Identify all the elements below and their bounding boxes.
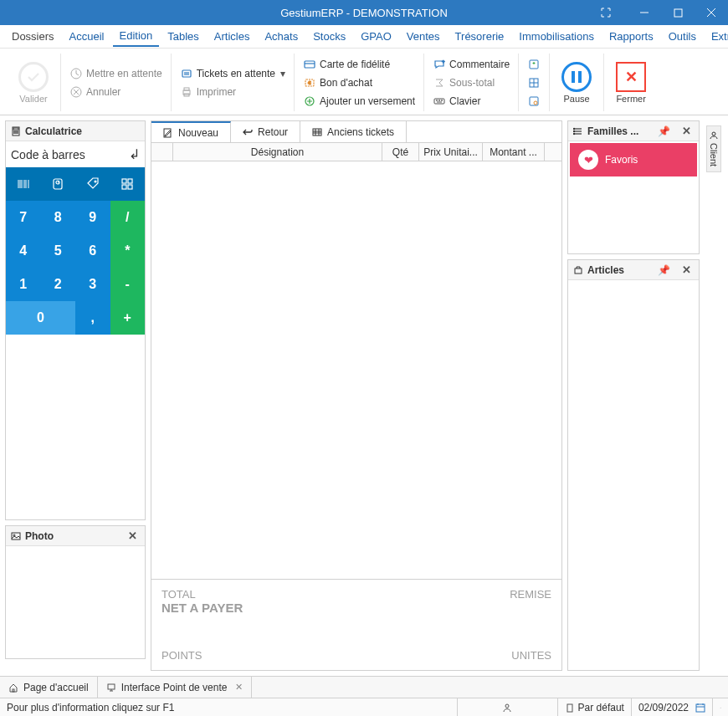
articles-close-button[interactable]: ✕: [679, 263, 694, 276]
commentaire-button[interactable]: + Commentaire: [431, 57, 511, 72]
keyboard-icon: [433, 95, 446, 108]
svg-line-47: [58, 182, 59, 182]
ribbon: Valider Mettre en attente Annuler Ticket…: [0, 49, 728, 115]
status-user[interactable]: [458, 698, 558, 716]
extra-3-button[interactable]: [525, 94, 542, 109]
menu-rapports[interactable]: Rapports: [602, 27, 660, 46]
user-icon: [710, 131, 718, 140]
calc-key-3[interactable]: 3: [75, 268, 110, 301]
menu-immobilisations[interactable]: Immobilisations: [512, 27, 601, 46]
menu-articles[interactable]: Articles: [208, 27, 257, 46]
status-date[interactable]: 02/09/2022: [632, 698, 713, 716]
printer-icon: [180, 85, 193, 99]
svg-point-37: [16, 132, 17, 133]
col-header-2[interactable]: Qté: [382, 143, 419, 161]
tab-interface-pdv[interactable]: Interface Point de vente ✕: [98, 677, 253, 698]
menu-achats[interactable]: Achats: [258, 27, 305, 46]
familles-pin-button[interactable]: 📌: [656, 125, 672, 137]
close-button[interactable]: [695, 0, 728, 25]
calc-key--[interactable]: -: [110, 268, 146, 301]
tab-page-accueil[interactable]: Page d'accueil: [0, 677, 98, 698]
svg-point-36: [14, 132, 15, 133]
sous-total-button[interactable]: Sous-total: [431, 75, 511, 90]
menu-dossiers[interactable]: Dossiers: [5, 27, 61, 46]
menu-trésorerie[interactable]: Trésorerie: [449, 27, 511, 46]
menu-accueil[interactable]: Accueil: [63, 27, 111, 46]
tab-anciens[interactable]: Anciens tickets: [300, 121, 407, 142]
valider-button[interactable]: Valider: [13, 60, 54, 105]
svg-point-66: [573, 133, 574, 134]
svg-point-33: [14, 130, 15, 131]
familles-panel: Familles ... 📌 ✕ ❤ Favoris: [567, 120, 700, 254]
col-header-4[interactable]: Montant ...: [483, 143, 545, 161]
status-par-defaut[interactable]: Par défaut: [558, 698, 632, 716]
calc-key-9[interactable]: 9: [75, 201, 110, 234]
calc-key-barcode[interactable]: [6, 167, 41, 201]
annuler-button[interactable]: Annuler: [68, 84, 164, 100]
carte-fidelite-button[interactable]: Carte de fidélité: [301, 57, 417, 72]
tab-retour[interactable]: Retour: [231, 121, 300, 142]
total-label: TOTAL: [161, 588, 196, 601]
imprimer-button[interactable]: Imprimer: [178, 84, 287, 100]
client-side-tab[interactable]: Client: [706, 125, 721, 172]
calc-key-grid[interactable]: [110, 167, 146, 201]
calc-key-/[interactable]: /: [110, 201, 146, 234]
photo-close-button[interactable]: ✕: [126, 529, 140, 542]
app-title: GestiumERP - DEMONSTRATION: [280, 7, 448, 19]
favoris-item[interactable]: ❤ Favoris: [570, 143, 697, 176]
fullscreen-icon[interactable]: [589, 0, 623, 25]
ajouter-versement-button[interactable]: Ajouter un versement: [301, 94, 417, 109]
tab-close-button[interactable]: ✕: [235, 682, 243, 693]
calc-key-7[interactable]: 7: [6, 201, 41, 234]
clavier-button[interactable]: Clavier: [431, 94, 511, 109]
bon-achat-button[interactable]: € Bon d'achat: [301, 75, 417, 90]
maximize-button[interactable]: [661, 0, 695, 25]
calc-key-1[interactable]: 1: [6, 268, 41, 301]
mettre-en-attente-button[interactable]: Mettre en attente: [68, 66, 164, 81]
calc-key-+[interactable]: +: [110, 301, 146, 335]
menu-stocks[interactable]: Stocks: [306, 27, 352, 46]
col-header-0[interactable]: [151, 143, 173, 161]
menu-ventes[interactable]: Ventes: [400, 27, 447, 46]
familles-title: Familles ...: [587, 125, 638, 137]
familles-close-button[interactable]: ✕: [679, 125, 694, 137]
calc-key-4[interactable]: 4: [6, 234, 41, 268]
menu-gpao[interactable]: GPAO: [354, 27, 398, 46]
enter-icon[interactable]: ↲: [129, 146, 140, 162]
menu-outils[interactable]: Outils: [662, 27, 703, 46]
calculator-panel: Calculatrice Code à barres ↲ 789/456*123…: [5, 120, 146, 520]
calc-key-5[interactable]: 5: [41, 234, 76, 268]
articles-pin-button[interactable]: 📌: [656, 264, 672, 276]
pause-button[interactable]: Pause: [556, 60, 597, 105]
totals-panel: TOTAL REMISE NET A PAYER POINTS UNITES: [151, 579, 562, 671]
grid-body[interactable]: [151, 161, 561, 579]
col-header-5[interactable]: [545, 143, 561, 161]
extra-1-button[interactable]: [525, 57, 542, 72]
calc-key-8[interactable]: 8: [41, 201, 76, 234]
calc-key-,[interactable]: ,: [75, 301, 110, 335]
status-resize[interactable]: [713, 698, 728, 716]
col-header-1[interactable]: Désignation: [173, 143, 382, 161]
minimize-button[interactable]: [628, 0, 661, 25]
menu-edition[interactable]: Edition: [113, 26, 160, 47]
fermer-button[interactable]: ✕ Fermer: [611, 60, 651, 105]
net-label: NET A PAYER: [161, 601, 243, 615]
calc-key-6[interactable]: 6: [75, 234, 110, 268]
calc-key-0[interactable]: 0: [6, 301, 75, 335]
calc-key-2[interactable]: 2: [41, 268, 76, 301]
tickets-en-attente-button[interactable]: Tickets en attente ▾: [178, 66, 287, 81]
svg-text:€: €: [308, 80, 311, 85]
titlebar: GestiumERP - DEMONSTRATION: [0, 0, 728, 25]
extra-2-button[interactable]: [525, 75, 542, 90]
menu-tables[interactable]: Tables: [161, 27, 206, 46]
menu-extra[interactable]: Extra: [705, 27, 728, 46]
svg-point-30: [534, 101, 537, 105]
table-icon: [312, 127, 322, 137]
calc-key-scale[interactable]: [41, 167, 76, 201]
home-icon: [8, 683, 18, 693]
tab-nouveau[interactable]: Nouveau: [151, 121, 231, 142]
user-icon: [502, 703, 512, 713]
calc-key-*[interactable]: *: [110, 234, 146, 268]
col-header-3[interactable]: Prix Unitai...: [419, 143, 483, 161]
calc-key-tag[interactable]: [75, 167, 110, 201]
